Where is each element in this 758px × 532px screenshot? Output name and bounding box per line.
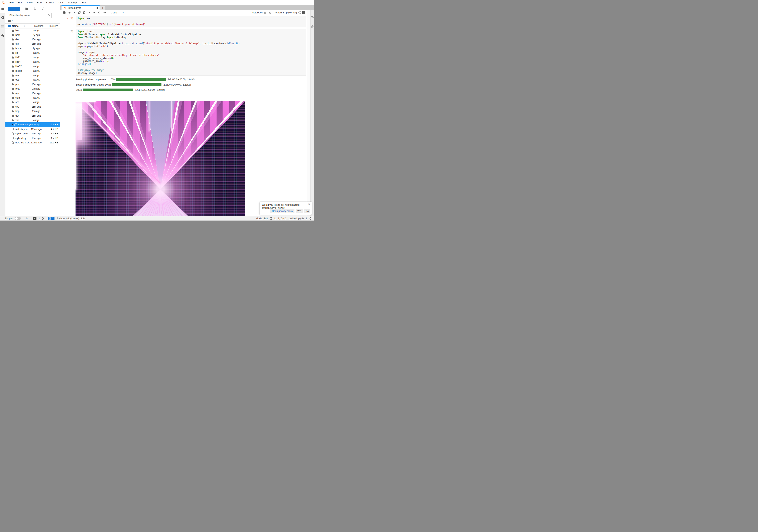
notebook-scrollbar[interactable] (307, 10, 310, 216)
filter-files-box[interactable] (8, 13, 52, 18)
folder-row[interactable]: run15m ago (5, 91, 60, 95)
folder-row[interactable]: root2m ago (5, 86, 60, 91)
select-all-checkbox[interactable] (8, 25, 11, 27)
restart-kernel-icon[interactable] (98, 11, 101, 14)
chevron-down-icon[interactable]: ▼ (122, 12, 124, 14)
run-cell-icon[interactable] (88, 12, 90, 14)
cut-cell-icon[interactable]: ✂ (73, 11, 76, 14)
folder-row[interactable]: lib32last yr. (5, 55, 60, 59)
yes-button[interactable]: Yes (296, 209, 303, 213)
cell-editor[interactable]: import os os.environ["HF_TOKEN"] = "[ins… (76, 16, 306, 27)
code-line: num_inference_steps=28, (78, 57, 305, 60)
extensions-icon[interactable] (0, 34, 5, 38)
kernel-count[interactable]: 1 (38, 217, 40, 220)
column-header-size[interactable]: File Size (48, 25, 60, 27)
new-folder-icon[interactable] (25, 7, 28, 11)
no-button[interactable]: No (304, 209, 310, 213)
file-row[interactable]: ✓Untitled.ipynb1m ago9.7 KB (5, 122, 60, 127)
folder-row[interactable]: lib64last yr. (5, 60, 60, 64)
debugger-bug-icon[interactable] (310, 25, 314, 29)
folder-row[interactable]: libx32last yr. (5, 64, 60, 69)
cell-editor[interactable]: import torchfrom diffusers import Stable… (76, 29, 306, 76)
refresh-icon[interactable] (41, 7, 44, 11)
external-link-icon[interactable] (264, 12, 266, 14)
menu-run[interactable]: Run (35, 0, 44, 5)
cell-type-select[interactable]: Code (111, 11, 117, 14)
folder-row[interactable]: medialast yr. (5, 69, 60, 73)
menu-help[interactable]: Help (80, 0, 89, 5)
folder-row[interactable]: optlast yr. (5, 78, 60, 82)
file-name-label: boot (16, 34, 20, 36)
unsaved-changes-dot[interactable] (96, 7, 98, 9)
notebook-mode-label[interactable]: Notebook (252, 11, 263, 14)
menu-settings[interactable]: Settings (66, 0, 80, 5)
menu-tabs[interactable]: Tabs (56, 0, 66, 5)
folder-row[interactable]: etc15m ago (5, 42, 60, 46)
folder-row[interactable]: mntlast yr. (5, 73, 60, 78)
menu-view[interactable]: View (25, 0, 35, 5)
paste-cell-icon[interactable] (83, 11, 86, 14)
menu-kernel[interactable]: Kernel (44, 0, 56, 5)
open-privacy-policy-button[interactable]: Open privacy policy (270, 209, 294, 213)
folder-row[interactable]: binlast yr. (5, 28, 60, 33)
folder-row[interactable]: boot2y ago (5, 33, 60, 37)
kernel-chip-icon[interactable] (42, 217, 44, 220)
column-header-name[interactable]: Name (12, 25, 24, 27)
copy-cell-icon[interactable] (78, 11, 81, 14)
folder-row[interactable]: varlast yr. (5, 118, 60, 122)
folder-row[interactable]: home2y ago (5, 46, 60, 51)
kernel-status-text[interactable]: Python 3 (ipykernel) | Idle (57, 217, 85, 220)
filter-files-input[interactable] (9, 14, 48, 17)
code-cell[interactable]: [3]:import torchfrom diffusers import St… (60, 29, 307, 76)
menu-edit[interactable]: Edit (16, 0, 25, 5)
save-icon[interactable] (63, 11, 66, 14)
close-icon[interactable]: ✕ (308, 203, 310, 206)
modified-cell: last yr. (27, 101, 45, 104)
breadcrumb[interactable]: / (8, 19, 13, 22)
table-of-contents-icon[interactable] (0, 25, 5, 28)
progress-stats: 2/2 [00:01<00:00, 1.33it/s] (163, 83, 191, 86)
file-icon (12, 128, 14, 130)
folder-row[interactable]: tmp2m ago (5, 109, 60, 114)
terminal-icon[interactable]: $_ (33, 217, 36, 220)
code-cell[interactable]: • [1]:import os os.environ["HF_TOKEN"] =… (60, 16, 307, 27)
status-filename[interactable]: Untitled.ipynb (289, 217, 304, 220)
new-launcher-button[interactable]: + (8, 7, 20, 11)
terminal-count[interactable]: 0 (26, 217, 27, 220)
file-row[interactable]: mycert.pem15m ago1.4 KB (5, 131, 60, 136)
folder-row[interactable]: usr15m ago (5, 114, 60, 118)
property-inspector-gears-icon[interactable] (310, 16, 314, 19)
notebook-count-badge[interactable]: 2 (48, 217, 54, 220)
file-row[interactable]: cuda-keyrin...12mo ago4.2 KB (5, 127, 60, 131)
folder-icon (12, 106, 14, 108)
debugger-bug-icon[interactable] (268, 11, 271, 14)
upload-icon[interactable] (33, 7, 36, 11)
folder-row[interactable]: liblast yr. (5, 51, 60, 55)
notification-count[interactable]: 1 (306, 217, 307, 220)
kernel-name-label[interactable]: Python 3 (ipykernel) (274, 11, 297, 14)
add-cell-icon[interactable] (68, 12, 71, 14)
folder-row[interactable]: dev15m ago (5, 37, 60, 42)
folder-row[interactable]: proc15m ago (5, 82, 60, 86)
folder-row[interactable]: sys15m ago (5, 105, 60, 109)
toolbar-menu-icon[interactable] (302, 11, 305, 14)
add-tab-button[interactable]: + (100, 6, 105, 10)
bell-icon[interactable] (309, 217, 312, 220)
file-browser-icon[interactable] (0, 7, 5, 11)
folder-row[interactable]: sbinlast yr. (5, 96, 60, 100)
column-header-modified[interactable]: Modified (30, 25, 48, 27)
interrupt-kernel-icon[interactable] (93, 12, 95, 14)
file-row[interactable]: NGC-DL-CO...12mo ago16.9 KB (5, 140, 60, 145)
restart-run-all-icon[interactable] (103, 12, 106, 14)
trust-shield-icon[interactable] (270, 217, 272, 220)
simple-mode-toggle[interactable] (15, 217, 21, 220)
running-kernels-icon[interactable] (0, 16, 5, 20)
file-row[interactable]: mykey.key15m ago1.7 KB (5, 136, 60, 140)
kernel-status-icon[interactable] (298, 11, 301, 14)
menu-file[interactable]: File (7, 0, 16, 5)
mode-indicator[interactable]: Mode: Edit (256, 217, 268, 220)
tab-untitled-ipynb[interactable]: Untitled.ipynb (61, 5, 100, 10)
cursor-position[interactable]: Ln 1, Col 2 (274, 217, 287, 220)
folder-row[interactable]: srvlast yr. (5, 100, 60, 104)
sort-ascending-icon[interactable]: ▲ (24, 25, 30, 27)
